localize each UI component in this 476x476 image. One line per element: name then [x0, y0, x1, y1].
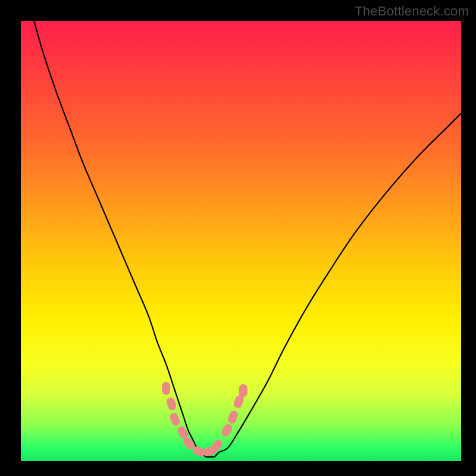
chart-frame: TheBottleneck.com [0, 0, 476, 476]
plot-area [21, 21, 461, 461]
bottom-markers-group [162, 382, 248, 458]
bottom-marker [227, 409, 239, 425]
watermark-text: TheBottleneck.com [355, 4, 469, 19]
bottom-marker [162, 382, 170, 395]
bottom-marker [239, 384, 248, 397]
bottom-marker [165, 396, 177, 411]
curve-layer [34, 21, 461, 457]
chart-svg [21, 21, 461, 461]
bottom-marker [220, 422, 234, 438]
bottom-marker [168, 412, 181, 427]
bottleneck-curve-path [34, 21, 461, 457]
